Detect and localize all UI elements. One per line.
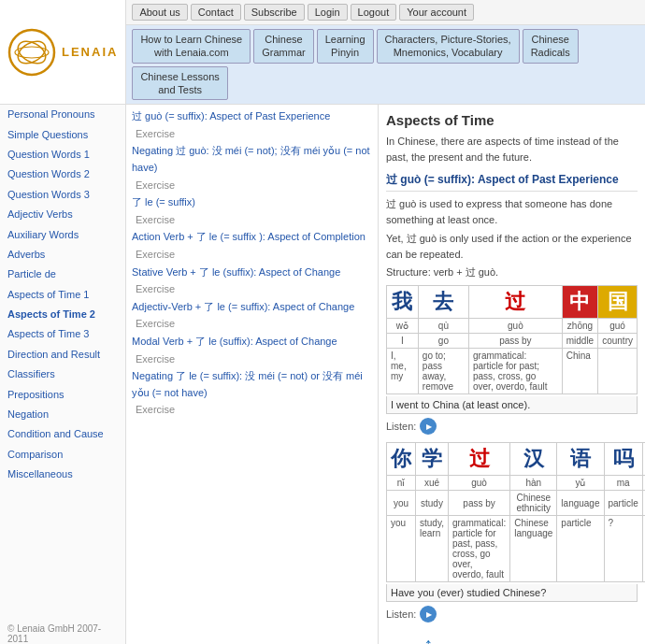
exercise-item[interactable]: Exercise [136, 178, 372, 194]
sidebar-items: Personal PronounsSimple QuestionsQuestio… [0, 105, 125, 620]
sidebar-item[interactable]: Classifiers [0, 365, 125, 384]
lesson-item[interactable]: Adjectiv-Verb + 了 le (= suffix): Aspect … [132, 299, 372, 316]
exercise-item[interactable]: Exercise [136, 247, 372, 264]
sidebar-item[interactable]: Particle de [0, 265, 125, 284]
right-title: Aspects of Time [386, 112, 638, 128]
second-nav-button[interactable]: How to Learn Chinese with Lenaia.com [132, 29, 251, 64]
pinyin-cell: guò [448, 476, 509, 491]
sidebar-item[interactable]: Direction and Result [0, 345, 125, 365]
lesson-item[interactable]: Stative Verb + 了 le (suffix): Aspect of … [132, 265, 372, 281]
extra-cell: you [387, 516, 416, 582]
meaning-cell: middle [562, 334, 597, 349]
top-nav-button[interactable]: Login [308, 4, 348, 21]
middle-content: 过 guò (= suffix): Aspect of Past Experie… [126, 105, 379, 644]
meaning-cell: Chinese ethnicity [510, 491, 557, 516]
listen-button-2[interactable]: ▶ [420, 606, 437, 623]
sidebar-item[interactable]: Question Words 1 [0, 145, 125, 165]
meaning-cell: pass by [448, 491, 509, 516]
svg-point-3 [15, 47, 49, 58]
extra-cell: grammatical: particle for past; pass, cr… [469, 349, 563, 394]
para1: 过 guò is used to express that someone ha… [386, 196, 638, 227]
pinyin-cell: wǒ [387, 319, 419, 334]
char-cell: 学 [416, 443, 449, 476]
second-nav-button[interactable]: Learning Pinyin [317, 29, 374, 64]
para2: Yet, 过 guò is only used if the action or… [386, 231, 638, 262]
sidebar-item[interactable]: Auxiliary Words [0, 225, 125, 245]
char-cell: 你 [387, 443, 416, 476]
sidebar: Personal PronounsSimple QuestionsQuestio… [0, 105, 126, 644]
lesson-item[interactable]: Modal Verb + 了 le (suffix): Aspect of Ch… [132, 334, 372, 351]
sidebar-item[interactable]: Aspects of Time 1 [0, 285, 125, 305]
extra-cell: China [562, 349, 597, 394]
extra-cell: study, learn [416, 516, 449, 582]
lesson-item[interactable]: Negating 过 guò: 没 méi (= not); 没有 méi yǒ… [132, 143, 372, 176]
logo-icon [7, 28, 56, 77]
top-nav-button[interactable]: Contact [191, 4, 241, 21]
section-heading: 过 guò (= suffix): Aspect of Past Experie… [386, 172, 638, 192]
exercise-item[interactable]: Exercise [136, 281, 372, 298]
lesson-item[interactable]: 过 guò (= suffix): Aspect of Past Experie… [132, 108, 372, 125]
sidebar-item[interactable]: Question Words 2 [0, 165, 125, 184]
listen-label-2: Listen: [386, 608, 416, 620]
char-cell: 过 [469, 286, 563, 319]
top-nav-button[interactable]: Logout [351, 4, 397, 21]
pinyin-cell: ma [604, 476, 642, 491]
top-nav-button[interactable]: Your account [399, 4, 474, 21]
listen-button-1[interactable]: ▶ [420, 418, 437, 435]
sidebar-item[interactable]: Prepositions [0, 385, 125, 405]
second-nav-button[interactable]: Chinese Grammar [253, 29, 313, 64]
listen-label-1: Listen: [386, 421, 416, 432]
section-heading-text: 过 guò (= suffix): Aspect of Past Experie… [386, 173, 619, 186]
sidebar-item[interactable]: Aspects of Time 2 [0, 305, 125, 324]
exercise-item[interactable]: Exercise [136, 126, 372, 143]
exercise-item[interactable]: Exercise [136, 351, 372, 368]
sidebar-item[interactable]: Adjectiv Verbs [0, 205, 125, 224]
sidebar-item[interactable]: Aspects of Time 3 [0, 324, 125, 344]
second-nav-button[interactable]: Characters, Picture-Stories, Mnemonics, … [377, 29, 520, 64]
meaning-cell: particle [604, 491, 642, 516]
sentence-row: Have you (ever) studied Chinese? [386, 584, 638, 602]
sidebar-item[interactable]: Simple Questions [0, 125, 125, 145]
sidebar-item[interactable]: Comparison [0, 445, 125, 465]
extra-cell: particle [557, 516, 604, 582]
char-table-1: 我去过中国wǒqùguòzhōngguóIgopass bymiddlecoun… [386, 285, 638, 414]
sidebar-item[interactable]: Miscellaneous [0, 465, 125, 484]
lesson-item[interactable]: Action Verb + 了 le (= suffix ): Aspect o… [132, 229, 372, 246]
logo-area: LENAIA [0, 0, 126, 104]
char-table: 我去过中国wǒqùguòzhōngguóIgopass bymiddlecoun… [386, 285, 638, 394]
extra-cell: Chinese language [510, 516, 557, 582]
lesson-item[interactable]: Negating 了 le (= suffix): 没 méi (= not) … [132, 368, 372, 401]
second-nav-button[interactable]: Chinese Lessons and Tests [132, 66, 227, 101]
second-nav-button[interactable]: Chinese Radicals [523, 29, 579, 64]
sidebar-item[interactable]: Condition and Cause [0, 424, 125, 444]
sidebar-item[interactable]: Question Words 3 [0, 185, 125, 205]
char-cell: 汉 [510, 443, 557, 476]
sidebar-item[interactable]: Personal Pronouns [0, 105, 125, 124]
extra-cell: ? [604, 516, 642, 582]
pinyin-cell: qù [418, 319, 468, 334]
exercise-item[interactable]: Exercise [136, 316, 372, 333]
logo-text: LENAIA [62, 45, 118, 59]
char-cell: 国 [598, 286, 638, 319]
exercise-item[interactable]: Exercise [136, 212, 372, 229]
char-table-2: 你学过汉语吗?nǐxuéguòhànyǔmayoustudypass byChi… [386, 442, 638, 602]
char-cell: 去 [418, 286, 468, 319]
pinyin-cell: hàn [510, 476, 557, 491]
right-intro: In Chinese, there are aspects of time in… [386, 134, 638, 165]
char-cell: 过 [448, 443, 509, 476]
right-content: Aspects of Time In Chinese, there are as… [379, 105, 645, 644]
top-nav-button[interactable]: About us [132, 4, 187, 21]
top-nav-button[interactable]: Subscribe [244, 4, 305, 21]
top-nav: About usContactSubscribeLoginLogoutYour … [126, 0, 645, 25]
meaning-cell: I [387, 334, 419, 349]
extra-cell: go to; pass away, remove [418, 349, 468, 394]
sidebar-item[interactable]: Adverbs [0, 245, 125, 265]
lesson-item[interactable]: 了 le (= suffix) [132, 194, 372, 211]
svg-point-0 [9, 30, 54, 75]
pinyin-cell: zhōng [562, 319, 597, 334]
char-table: 你学过汉语吗?nǐxuéguòhànyǔmayoustudypass byChi… [386, 442, 645, 582]
sidebar-item[interactable]: Negation [0, 405, 125, 424]
sidebar-copyright: © Lenaia GmbH 2007-2011 [0, 620, 125, 644]
exercise-item[interactable]: Exercise [136, 402, 372, 419]
right-arrow-icon: ↑ [423, 634, 433, 644]
